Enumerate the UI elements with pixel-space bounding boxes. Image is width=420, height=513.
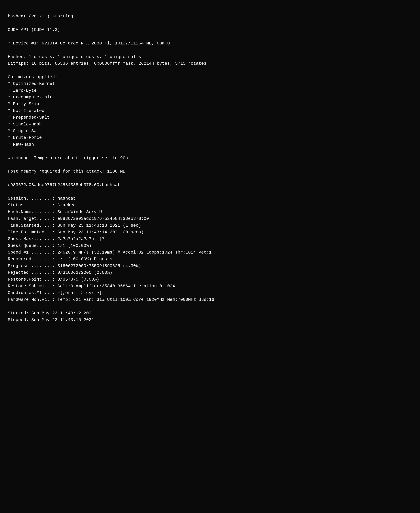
terminal-empty-line — [8, 175, 412, 182]
terminal-empty-line — [8, 67, 412, 74]
terminal-line: Guess.Queue......: 1/1 (100.00%) — [8, 242, 412, 249]
terminal-empty-line — [8, 188, 412, 195]
terminal-line: Bitmaps: 16 bits, 65536 entries, 0x0000f… — [8, 60, 412, 67]
terminal-line: * Single-Salt — [8, 128, 412, 134]
terminal-line: Hash.Name........: SolarWinds Serv-U — [8, 209, 412, 215]
terminal-line: ==================== — [8, 33, 412, 40]
terminal-empty-line — [8, 148, 412, 154]
terminal-line: Speed.#1.........: 24620.9 MH/s (32.19ms… — [8, 249, 412, 256]
terminal-line: Hardware.Mon.#1..: Temp: 62c Fan: 31% Ut… — [8, 296, 412, 303]
terminal-empty-line — [8, 161, 412, 168]
terminal-line: Host memory required for this attack: 11… — [8, 168, 412, 175]
terminal-line: Restore.Point....: 0/857375 (0.00%) — [8, 276, 412, 283]
terminal-line: * Early-Skip — [8, 101, 412, 107]
terminal-line: Rejected.........: 0/31606272000 (0.00%) — [8, 269, 412, 276]
terminal-line: Watchdog: Temperature abort trigger set … — [8, 155, 412, 161]
terminal-line: Hashes: 1 digests; 1 unique digests, 1 u… — [8, 53, 412, 60]
terminal-empty-line — [8, 303, 412, 310]
terminal-line: * Precompute-Init — [8, 94, 412, 101]
terminal-line: * Brute-Force — [8, 134, 412, 141]
terminal-line: hashcat (v6.2.1) starting... — [8, 13, 412, 20]
terminal-line: Session..........: hashcat — [8, 195, 412, 202]
terminal-line: Started: Sun May 23 11:43:12 2021 — [8, 310, 412, 316]
terminal-line: Candidates.#1....: 4{,erat -> cyr ~}t — [8, 289, 412, 296]
terminal-empty-line — [8, 20, 412, 26]
terminal-line: Optimizers applied: — [8, 74, 412, 80]
terminal-line: Restore.Sub.#1...: Salt:0 Amplifier:3584… — [8, 283, 412, 289]
terminal-line: Recovered........: 1/1 (100.00%) Digests — [8, 256, 412, 262]
terminal-line: e983672a03adcc9767b24584338eb378:00:hash… — [8, 182, 412, 188]
terminal-line: * Not-Iterated — [8, 107, 412, 114]
terminal-line: Progress.........: 31606272000/735091890… — [8, 263, 412, 269]
terminal-line: * Raw-Hash — [8, 141, 412, 148]
terminal-line: CUDA API (CUDA 11.3) — [8, 26, 412, 33]
terminal-line: * Prepended-Salt — [8, 114, 412, 121]
terminal-line: * Zero-Byte — [8, 87, 412, 94]
terminal-line: Time.Estimated...: Sun May 23 11:43:14 2… — [8, 229, 412, 235]
terminal-empty-line — [8, 47, 412, 53]
terminal-line: Guess.Mask.......: ?a?a?a?a?a?a?at [7] — [8, 235, 412, 242]
terminal-line: * Single-Hash — [8, 121, 412, 128]
terminal-line: * Optimized-Kernel — [8, 80, 412, 87]
terminal-line: Hash.Target......: e983672a03adcc9767b24… — [8, 215, 412, 222]
terminal-output: hashcat (v6.2.1) starting... CUDA API (C… — [8, 6, 412, 323]
terminal-line: Status...........: Cracked — [8, 202, 412, 208]
terminal-line: Time.Started.....: Sun May 23 11:43:13 2… — [8, 222, 412, 229]
terminal-line: * Device #1: NVIDIA GeForce RTX 2080 Ti,… — [8, 40, 412, 47]
terminal-line: Stopped: Sun May 23 11:43:15 2021 — [8, 316, 412, 323]
